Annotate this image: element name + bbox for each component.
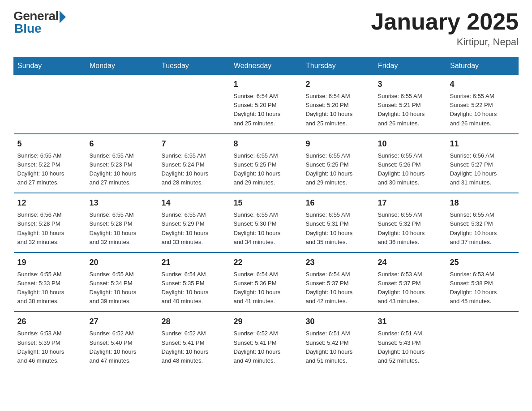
day-number: 26: [17, 316, 82, 328]
calendar-cell: 7Sunrise: 6:55 AM Sunset: 5:24 PM Daylig…: [158, 134, 230, 193]
day-info: Sunrise: 6:54 AM Sunset: 5:35 PM Dayligh…: [162, 270, 227, 306]
week-row-4: 19Sunrise: 6:55 AM Sunset: 5:33 PM Dayli…: [14, 253, 519, 312]
day-number: 30: [306, 316, 371, 328]
day-info: Sunrise: 6:54 AM Sunset: 5:20 PM Dayligh…: [306, 92, 371, 128]
day-number: 18: [450, 197, 515, 209]
calendar-cell: [158, 75, 230, 134]
day-number: 27: [90, 316, 154, 328]
calendar-cell: 4Sunrise: 6:55 AM Sunset: 5:22 PM Daylig…: [446, 75, 519, 134]
header-cell-sunday: Sunday: [14, 57, 86, 75]
day-info: Sunrise: 6:53 AM Sunset: 5:37 PM Dayligh…: [378, 270, 443, 306]
calendar-cell: 22Sunrise: 6:54 AM Sunset: 5:36 PM Dayli…: [230, 253, 302, 312]
calendar-cell: 3Sunrise: 6:55 AM Sunset: 5:21 PM Daylig…: [374, 75, 446, 134]
day-info: Sunrise: 6:55 AM Sunset: 5:29 PM Dayligh…: [162, 210, 227, 247]
calendar-cell: 25Sunrise: 6:53 AM Sunset: 5:38 PM Dayli…: [446, 253, 519, 312]
day-number: 6: [90, 138, 154, 150]
calendar-cell: 18Sunrise: 6:55 AM Sunset: 5:32 PM Dayli…: [446, 193, 519, 253]
day-info: Sunrise: 6:52 AM Sunset: 5:40 PM Dayligh…: [90, 329, 154, 365]
month-title: January 2025: [371, 9, 519, 34]
week-row-2: 5Sunrise: 6:55 AM Sunset: 5:22 PM Daylig…: [14, 134, 519, 193]
calendar-cell: 9Sunrise: 6:55 AM Sunset: 5:25 PM Daylig…: [302, 134, 374, 193]
day-info: Sunrise: 6:55 AM Sunset: 5:23 PM Dayligh…: [90, 151, 154, 188]
day-number: 9: [306, 138, 371, 150]
day-info: Sunrise: 6:54 AM Sunset: 5:36 PM Dayligh…: [234, 270, 299, 306]
calendar-cell: 13Sunrise: 6:55 AM Sunset: 5:28 PM Dayli…: [86, 193, 158, 253]
day-number: 8: [234, 138, 299, 150]
day-number: 21: [162, 257, 227, 269]
day-info: Sunrise: 6:51 AM Sunset: 5:43 PM Dayligh…: [378, 329, 443, 365]
header-cell-monday: Monday: [86, 57, 158, 75]
calendar-cell: 19Sunrise: 6:55 AM Sunset: 5:33 PM Dayli…: [14, 253, 86, 312]
calendar-cell: 20Sunrise: 6:55 AM Sunset: 5:34 PM Dayli…: [86, 253, 158, 312]
day-info: Sunrise: 6:51 AM Sunset: 5:42 PM Dayligh…: [306, 329, 371, 365]
week-row-5: 26Sunrise: 6:53 AM Sunset: 5:39 PM Dayli…: [14, 312, 519, 371]
day-info: Sunrise: 6:55 AM Sunset: 5:31 PM Dayligh…: [306, 210, 371, 247]
day-number: 20: [90, 257, 154, 269]
header-cell-tuesday: Tuesday: [158, 57, 230, 75]
day-number: 28: [162, 316, 227, 328]
calendar-cell: [86, 75, 158, 134]
day-info: Sunrise: 6:55 AM Sunset: 5:25 PM Dayligh…: [234, 151, 299, 188]
header-row: SundayMondayTuesdayWednesdayThursdayFrid…: [14, 57, 519, 75]
calendar-cell: 16Sunrise: 6:55 AM Sunset: 5:31 PM Dayli…: [302, 193, 374, 253]
title-block: January 2025 Kirtipur, Nepal: [371, 9, 519, 48]
calendar-cell: 17Sunrise: 6:55 AM Sunset: 5:32 PM Dayli…: [374, 193, 446, 253]
header-cell-wednesday: Wednesday: [230, 57, 302, 75]
header-cell-thursday: Thursday: [302, 57, 374, 75]
day-info: Sunrise: 6:55 AM Sunset: 5:22 PM Dayligh…: [450, 92, 515, 128]
logo: General Blue: [13, 9, 66, 36]
calendar-header: SundayMondayTuesdayWednesdayThursdayFrid…: [14, 57, 519, 75]
day-info: Sunrise: 6:55 AM Sunset: 5:30 PM Dayligh…: [234, 210, 299, 247]
day-info: Sunrise: 6:52 AM Sunset: 5:41 PM Dayligh…: [234, 329, 299, 365]
day-number: 5: [17, 138, 82, 150]
day-number: 11: [450, 138, 515, 150]
calendar-cell: 24Sunrise: 6:53 AM Sunset: 5:37 PM Dayli…: [374, 253, 446, 312]
day-number: 13: [90, 197, 154, 209]
day-info: Sunrise: 6:55 AM Sunset: 5:32 PM Dayligh…: [450, 210, 515, 247]
day-number: 19: [17, 257, 82, 269]
day-number: 4: [450, 78, 515, 90]
location-label: Kirtipur, Nepal: [371, 36, 519, 48]
day-number: 3: [378, 78, 443, 90]
day-number: 31: [378, 316, 443, 328]
calendar-cell: 21Sunrise: 6:54 AM Sunset: 5:35 PM Dayli…: [158, 253, 230, 312]
calendar-cell: 23Sunrise: 6:54 AM Sunset: 5:37 PM Dayli…: [302, 253, 374, 312]
calendar-cell: 8Sunrise: 6:55 AM Sunset: 5:25 PM Daylig…: [230, 134, 302, 193]
day-info: Sunrise: 6:55 AM Sunset: 5:22 PM Dayligh…: [17, 151, 82, 188]
week-row-3: 12Sunrise: 6:56 AM Sunset: 5:28 PM Dayli…: [14, 193, 519, 253]
logo-arrow-icon: [60, 11, 66, 23]
calendar-cell: 14Sunrise: 6:55 AM Sunset: 5:29 PM Dayli…: [158, 193, 230, 253]
day-number: 23: [306, 257, 371, 269]
day-number: 12: [17, 197, 82, 209]
day-info: Sunrise: 6:52 AM Sunset: 5:41 PM Dayligh…: [162, 329, 227, 365]
calendar-table: SundayMondayTuesdayWednesdayThursdayFrid…: [13, 57, 519, 371]
calendar-cell: 29Sunrise: 6:52 AM Sunset: 5:41 PM Dayli…: [230, 312, 302, 371]
calendar-cell: 26Sunrise: 6:53 AM Sunset: 5:39 PM Dayli…: [14, 312, 86, 371]
page-header: General Blue January 2025 Kirtipur, Nepa…: [13, 9, 519, 48]
day-info: Sunrise: 6:53 AM Sunset: 5:38 PM Dayligh…: [450, 270, 515, 306]
day-number: 22: [234, 257, 299, 269]
day-info: Sunrise: 6:54 AM Sunset: 5:20 PM Dayligh…: [234, 92, 299, 128]
header-cell-friday: Friday: [374, 57, 446, 75]
calendar-cell: 1Sunrise: 6:54 AM Sunset: 5:20 PM Daylig…: [230, 75, 302, 134]
day-info: Sunrise: 6:55 AM Sunset: 5:26 PM Dayligh…: [378, 151, 443, 188]
day-info: Sunrise: 6:55 AM Sunset: 5:28 PM Dayligh…: [90, 210, 154, 247]
day-number: 10: [378, 138, 443, 150]
day-info: Sunrise: 6:55 AM Sunset: 5:25 PM Dayligh…: [306, 151, 371, 188]
calendar-cell: [446, 312, 519, 371]
calendar-cell: 6Sunrise: 6:55 AM Sunset: 5:23 PM Daylig…: [86, 134, 158, 193]
day-info: Sunrise: 6:55 AM Sunset: 5:34 PM Dayligh…: [90, 270, 154, 306]
calendar-cell: [14, 75, 86, 134]
calendar-cell: 2Sunrise: 6:54 AM Sunset: 5:20 PM Daylig…: [302, 75, 374, 134]
day-number: 14: [162, 197, 227, 209]
calendar-cell: 31Sunrise: 6:51 AM Sunset: 5:43 PM Dayli…: [374, 312, 446, 371]
day-info: Sunrise: 6:55 AM Sunset: 5:24 PM Dayligh…: [162, 151, 227, 188]
day-number: 17: [378, 197, 443, 209]
logo-blue-text: Blue: [14, 21, 42, 36]
day-info: Sunrise: 6:53 AM Sunset: 5:39 PM Dayligh…: [17, 329, 82, 365]
day-number: 29: [234, 316, 299, 328]
day-number: 15: [234, 197, 299, 209]
calendar-cell: 28Sunrise: 6:52 AM Sunset: 5:41 PM Dayli…: [158, 312, 230, 371]
day-info: Sunrise: 6:55 AM Sunset: 5:32 PM Dayligh…: [378, 210, 443, 247]
calendar-cell: 27Sunrise: 6:52 AM Sunset: 5:40 PM Dayli…: [86, 312, 158, 371]
